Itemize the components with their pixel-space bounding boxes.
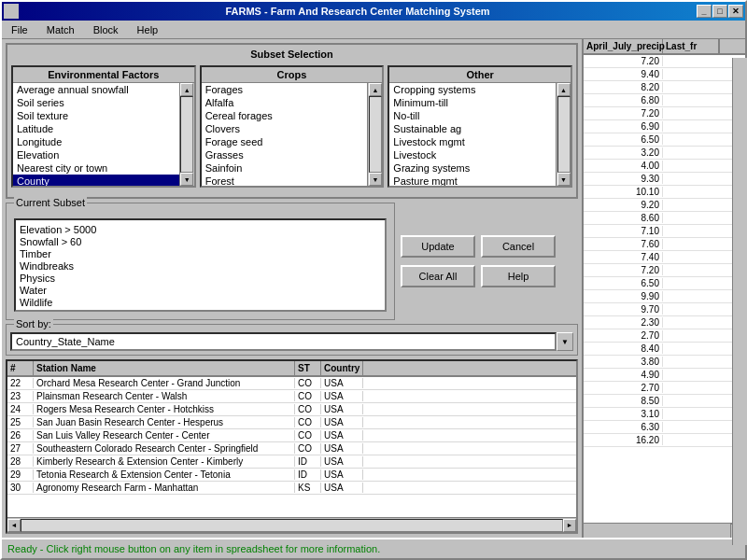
other-col: Other Cropping systems Minimum-till No-t… bbox=[388, 65, 572, 188]
list-item[interactable]: Livestock bbox=[389, 148, 556, 161]
crops-header: Crops bbox=[202, 67, 383, 83]
right-row: 6.50 bbox=[584, 277, 745, 290]
table-row[interactable]: 25 San Juan Basin Research Center - Hesp… bbox=[7, 416, 576, 429]
subset-item: Windbreaks bbox=[20, 260, 381, 272]
cell-name: San Luis Valley Research Center - Center bbox=[34, 430, 295, 441]
table-row[interactable]: 28 Kimberly Research & Extension Center … bbox=[7, 455, 576, 469]
list-item[interactable]: Alfalfa bbox=[202, 96, 368, 109]
h-scroll-left[interactable]: ◄ bbox=[7, 519, 21, 532]
table-row[interactable]: 27 Southeastern Colorado Research Center… bbox=[7, 442, 576, 455]
status-text: Ready - Click right mouse button on any … bbox=[7, 543, 380, 554]
list-item-selected[interactable]: County bbox=[13, 175, 179, 186]
right-row: 8.60 bbox=[584, 212, 745, 225]
scroll-down-btn[interactable]: ▼ bbox=[557, 173, 571, 186]
list-item[interactable]: Soil series bbox=[13, 96, 179, 109]
main-table-header: # Station Name ST Country bbox=[7, 361, 576, 377]
h-scroll-track[interactable] bbox=[21, 519, 563, 532]
clear-all-button[interactable]: Clear All bbox=[401, 265, 475, 287]
sort-by-input[interactable] bbox=[10, 332, 557, 351]
cell-st: ID bbox=[295, 456, 321, 467]
other-list[interactable]: Cropping systems Minimum-till No-till Su… bbox=[389, 83, 556, 186]
table-row[interactable]: 29 Tetonia Research & Extension Center -… bbox=[7, 469, 576, 482]
main-table-body[interactable]: 22 Orchard Mesa Research Center - Grand … bbox=[7, 377, 576, 517]
list-item[interactable]: Nearest city or town bbox=[13, 161, 179, 175]
list-item[interactable]: Forages bbox=[202, 83, 368, 96]
title-bar: FARMS - Farm And Research Center Matchin… bbox=[2, 2, 745, 21]
list-item[interactable]: Pasture mgmt bbox=[389, 175, 556, 186]
scroll-down-btn[interactable]: ▼ bbox=[369, 173, 382, 186]
scroll-up-btn[interactable]: ▲ bbox=[180, 83, 193, 96]
right-row: 10.10 bbox=[584, 186, 745, 199]
list-item[interactable]: Latitude bbox=[13, 122, 179, 135]
subset-item: Timber bbox=[20, 248, 381, 259]
scroll-down-btn[interactable]: ▼ bbox=[180, 173, 193, 186]
crops-list[interactable]: Forages Alfalfa Cereal forages Clovers F… bbox=[202, 83, 368, 186]
cell-num: 22 bbox=[7, 378, 34, 388]
menu-help[interactable]: Help bbox=[132, 23, 164, 36]
env-factors-list[interactable]: Average annual snowfall Soil series Soil… bbox=[13, 83, 179, 186]
menu-block[interactable]: Block bbox=[88, 23, 124, 36]
close-button[interactable]: ✕ bbox=[728, 5, 743, 18]
update-button[interactable]: Update bbox=[401, 235, 475, 258]
list-item[interactable]: Clovers bbox=[202, 122, 368, 135]
menu-file[interactable]: File bbox=[6, 23, 34, 36]
list-item[interactable]: Livestock mgmt bbox=[389, 135, 556, 148]
list-item[interactable]: Grasses bbox=[202, 148, 368, 161]
cell-st: CO bbox=[295, 391, 321, 401]
cell-name: Rogers Mesa Research Center - Hotchkiss bbox=[34, 404, 295, 414]
main-window: FARMS - Farm And Research Center Matchin… bbox=[0, 0, 747, 560]
scroll-up-btn[interactable]: ▲ bbox=[557, 83, 571, 96]
sort-dropdown-button[interactable]: ▼ bbox=[557, 332, 573, 351]
table-row[interactable]: 22 Orchard Mesa Research Center - Grand … bbox=[7, 377, 576, 390]
list-item[interactable]: Minimum-till bbox=[389, 96, 556, 109]
subset-item: Snowfall > 60 bbox=[20, 236, 381, 247]
h-scrollbar[interactable]: ◄ ► bbox=[7, 517, 576, 532]
table-row[interactable]: 26 San Luis Valley Research Center - Cen… bbox=[7, 429, 576, 442]
minimize-button[interactable]: _ bbox=[697, 5, 712, 18]
table-row[interactable]: 30 Agronomy Research Farm - Manhattan KS… bbox=[7, 482, 576, 495]
list-item[interactable]: Forage seed bbox=[202, 135, 368, 148]
list-item[interactable]: Average annual snowfall bbox=[13, 83, 179, 96]
apr-cell: 8.20 bbox=[584, 82, 663, 92]
list-item[interactable]: Sainfoin bbox=[202, 161, 368, 175]
table-row[interactable]: 24 Rogers Mesa Research Center - Hotchki… bbox=[7, 403, 576, 416]
scroll-track[interactable] bbox=[180, 96, 193, 173]
scroll-track[interactable] bbox=[557, 96, 571, 173]
right-row: 4.90 bbox=[584, 369, 745, 382]
right-row: 7.20 bbox=[584, 107, 745, 120]
list-item[interactable]: Grazing systems bbox=[389, 161, 556, 175]
list-item[interactable]: No-till bbox=[389, 109, 556, 122]
list-item[interactable]: Sustainable ag bbox=[389, 122, 556, 135]
list-item[interactable]: Longitude bbox=[13, 135, 179, 148]
help-button[interactable]: Help bbox=[481, 265, 556, 287]
apr-cell: 9.90 bbox=[584, 291, 663, 301]
scroll-track[interactable] bbox=[369, 96, 382, 173]
list-item[interactable]: Forest bbox=[202, 175, 368, 186]
apr-cell: 6.30 bbox=[584, 422, 663, 432]
sort-by-label: Sort by: bbox=[14, 318, 53, 329]
menu-match[interactable]: Match bbox=[41, 23, 80, 36]
table-row[interactable]: 23 Plainsman Research Center - Walsh CO … bbox=[7, 390, 576, 403]
apr-cell: 7.20 bbox=[584, 265, 663, 275]
crops-scrollbar[interactable]: ▲ ▼ bbox=[367, 83, 382, 186]
list-item[interactable]: Soil texture bbox=[13, 109, 179, 122]
maximize-button[interactable]: □ bbox=[712, 5, 727, 18]
apr-cell: 6.50 bbox=[584, 134, 663, 145]
cell-num: 29 bbox=[7, 469, 34, 480]
right-col-data: 7.20 9.40 8.20 6.80 7.20 6.90 6.50 3.20 … bbox=[584, 55, 745, 523]
env-scrollbar[interactable]: ▲ ▼ bbox=[179, 83, 194, 186]
right-section: April_July_precip Last_fr 7.20 9.40 8.20… bbox=[582, 39, 745, 538]
cell-country: USA bbox=[321, 404, 363, 414]
right-row: 8.50 bbox=[584, 395, 745, 408]
list-item[interactable]: Cropping systems bbox=[389, 83, 556, 96]
cancel-button[interactable]: Cancel bbox=[481, 235, 556, 258]
right-row: 3.80 bbox=[584, 356, 745, 369]
apr-cell: 2.30 bbox=[584, 317, 663, 328]
list-item[interactable]: Elevation bbox=[13, 148, 179, 161]
scroll-up-btn[interactable]: ▲ bbox=[369, 83, 382, 96]
current-subset-content[interactable]: Elevation > 5000 Snowfall > 60 Timber Wi… bbox=[14, 218, 387, 312]
other-scrollbar[interactable]: ▲ ▼ bbox=[556, 83, 571, 186]
h-scroll-right[interactable]: ► bbox=[563, 519, 576, 532]
list-item[interactable]: Cereal forages bbox=[202, 109, 368, 122]
cell-country: USA bbox=[321, 443, 363, 454]
